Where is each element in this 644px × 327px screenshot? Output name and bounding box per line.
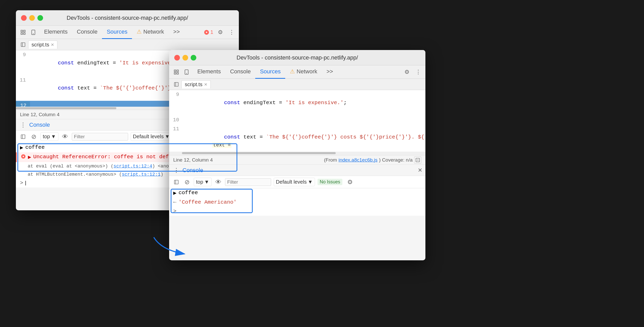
eye-icon-1[interactable]: 👁 xyxy=(61,133,69,141)
console-toolbar-2: ⊘ top ▼ 👁 Default levels ▼ No Issues ⚙ xyxy=(169,176,425,188)
expand-icon-2[interactable]: ▶ xyxy=(173,190,177,196)
window-title-2: DevTools - consistent-source-map-pc.netl… xyxy=(237,54,358,61)
sidebar-toggle-2[interactable] xyxy=(172,80,180,88)
file-tab-script-2[interactable]: script.ts ✕ xyxy=(181,80,211,88)
filter-input-2[interactable] xyxy=(225,178,271,186)
eye-icon-2[interactable]: 👁 xyxy=(214,178,222,186)
sidebar-toggle-1[interactable] xyxy=(19,41,27,49)
svg-rect-19 xyxy=(177,72,178,74)
device-icon[interactable] xyxy=(29,28,37,36)
tab-bar-2: Elements Console Sources ⚠ Network >> xyxy=(193,65,338,79)
file-tab-label-1: script.ts xyxy=(32,42,49,48)
svg-rect-3 xyxy=(24,33,25,34)
sidebar-panel-icon-1[interactable] xyxy=(19,133,27,141)
devtools-toolbar-2: Elements Console Sources ⚠ Network >> ⚙ … xyxy=(169,65,425,79)
svg-rect-2 xyxy=(21,33,23,34)
expand-error-icon[interactable]: ▶ xyxy=(28,154,31,160)
settings-icon-3[interactable]: ⚙ xyxy=(346,178,354,186)
svg-rect-18 xyxy=(174,72,176,74)
status-bar-2: Line 12, Column 4 (From index.a8c1ec6b.j… xyxy=(169,155,425,164)
tab-network-1[interactable]: ⚠ Network xyxy=(132,26,169,39)
chevron-down-icon-3: ▼ xyxy=(204,179,209,185)
svg-rect-1 xyxy=(24,30,25,32)
cursor-position-2: Line 12, Column 4 xyxy=(173,157,213,163)
minimize-button-2[interactable] xyxy=(182,55,188,61)
titlebar-2: DevTools - consistent-source-map-pc.netl… xyxy=(169,50,425,65)
svg-rect-26 xyxy=(175,180,178,184)
clear-icon-1[interactable]: ⊘ xyxy=(30,133,38,141)
minimize-button-1[interactable] xyxy=(29,15,35,21)
console-more-icon-2[interactable]: ⋮ xyxy=(172,166,180,174)
warning-icon-2: ⚠ xyxy=(290,68,295,75)
source-link-2[interactable]: index.a8c1ec6b.js xyxy=(339,157,377,163)
console-header-2: ⋮ Console ✕ xyxy=(169,165,425,176)
code-line-10b: 10 xyxy=(169,115,425,125)
trace-link-2[interactable]: script.ts:12:1 xyxy=(122,172,160,177)
filter-input-1[interactable] xyxy=(72,133,128,141)
tab-console-2[interactable]: Console xyxy=(226,65,255,79)
file-tab-bar-2: script.ts ✕ xyxy=(169,79,425,90)
prompt-2: > xyxy=(173,208,177,214)
tab-elements-2[interactable]: Elements xyxy=(193,65,226,79)
tab-elements-1[interactable]: Elements xyxy=(39,26,72,39)
chevron-down-icon-4: ▼ xyxy=(308,179,313,185)
expand-icon-1[interactable]: ▶ xyxy=(20,144,23,151)
clear-icon-2[interactable]: ⊘ xyxy=(183,178,191,186)
tab-network-2[interactable]: ⚠ Network xyxy=(285,65,322,79)
devtools-window-2: DevTools - consistent-source-map-pc.netl… xyxy=(169,50,425,260)
console-input-line-2: > xyxy=(169,207,425,216)
console-log-area-2: ▶ coffee ← 'Coffee Americano' xyxy=(169,188,425,207)
scrollbar-2[interactable] xyxy=(169,152,425,155)
top-dropdown-2[interactable]: top ▼ xyxy=(194,178,212,186)
tab-sources-2[interactable]: Sources xyxy=(255,65,285,79)
svg-rect-16 xyxy=(174,70,176,71)
titlebar-1: DevTools - consistent-source-map-pc.netl… xyxy=(16,10,239,26)
svg-rect-0 xyxy=(21,30,23,32)
maximize-button-1[interactable] xyxy=(37,15,43,21)
inspect-icon-2[interactable] xyxy=(172,68,180,76)
close-button-1[interactable] xyxy=(21,15,27,21)
file-tab-script-1[interactable]: script.ts ✕ xyxy=(28,41,57,49)
settings-icon-1[interactable]: ⚙ xyxy=(216,28,224,36)
scrollbar-thumb-2 xyxy=(182,152,336,154)
cursor-1 xyxy=(25,181,26,185)
more-icon-2[interactable]: ⋮ xyxy=(414,68,422,76)
console-more-icon[interactable]: ⋮ xyxy=(19,121,27,129)
sidebar-panel-icon-2[interactable] xyxy=(172,178,180,186)
file-tab-label-2: script.ts xyxy=(185,82,202,87)
tab-more-1[interactable]: >> xyxy=(169,26,185,39)
svg-rect-11 xyxy=(21,135,25,138)
tab-console-1[interactable]: Console xyxy=(72,26,102,39)
window-controls-1 xyxy=(21,15,43,21)
more-icon-1[interactable]: ⋮ xyxy=(228,28,236,36)
tab-more-2[interactable]: >> xyxy=(322,65,338,79)
console-entry-return: ← 'Coffee Americano' xyxy=(169,198,425,207)
maximize-button-2[interactable] xyxy=(191,55,196,61)
tab-sources-1[interactable]: Sources xyxy=(102,26,132,39)
default-levels-1[interactable]: Default levels ▼ xyxy=(131,132,172,141)
svg-rect-22 xyxy=(175,82,178,86)
trace-link-1[interactable]: script.ts:12:4 xyxy=(114,164,152,169)
warning-icon: ⚠ xyxy=(137,28,142,35)
close-console-icon[interactable]: ✕ xyxy=(418,167,422,174)
console-area-2: ⋮ Console ✕ ⊘ top ▼ 👁 Default levels ▼ N… xyxy=(169,164,425,216)
tab-bar-1: Elements Console Sources ⚠ Network >> xyxy=(39,26,185,39)
error-indicator-1: 1 xyxy=(204,29,213,35)
default-levels-2[interactable]: Default levels ▼ xyxy=(274,178,315,186)
file-tab-bar-1: script.ts ✕ xyxy=(16,39,239,50)
coverage-icon[interactable] xyxy=(414,156,421,164)
no-issues-badge: No Issues xyxy=(318,179,342,185)
console-title-2: Console xyxy=(182,167,203,174)
inspect-icon[interactable] xyxy=(19,28,27,36)
file-tab-close-1[interactable]: ✕ xyxy=(51,42,54,47)
device-icon-2[interactable] xyxy=(182,68,191,76)
file-tab-close-2[interactable]: ✕ xyxy=(204,82,207,87)
chevron-down-icon: ▼ xyxy=(51,134,56,140)
devtools-toolbar-1: Elements Console Sources ⚠ Network >> 1 … xyxy=(16,26,239,39)
cursor-position-1: Line 12, Column 4 xyxy=(20,112,59,117)
top-dropdown-1[interactable]: top ▼ xyxy=(40,132,58,141)
window-controls-2 xyxy=(174,55,196,61)
close-button-2[interactable] xyxy=(174,55,180,61)
settings-icon-2[interactable]: ⚙ xyxy=(403,68,411,76)
console-title-1: Console xyxy=(29,122,50,128)
